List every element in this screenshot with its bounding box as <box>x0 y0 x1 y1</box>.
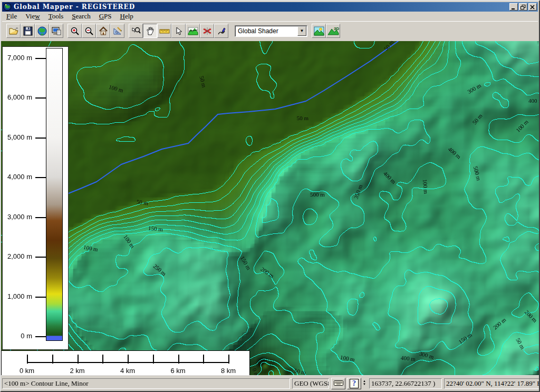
scale-tick <box>102 355 103 364</box>
scale-tick <box>153 355 154 364</box>
save-workspace-button[interactable] <box>21 24 35 38</box>
menu-tools[interactable]: Tools <box>44 12 68 21</box>
scale-tick <box>52 355 53 364</box>
legend-label: 0 m <box>21 332 32 340</box>
zoom-in-button[interactable] <box>68 24 82 38</box>
drafting-icon <box>113 26 122 36</box>
shader-options-button[interactable] <box>312 24 326 38</box>
scale-tick <box>178 355 179 364</box>
globe-icon <box>37 26 47 36</box>
minimize-button[interactable] <box>509 3 518 11</box>
scale-tick <box>78 355 79 364</box>
digitizer-tool-button[interactable] <box>214 24 228 38</box>
scale-tick <box>128 355 129 364</box>
legend-tick <box>35 336 46 337</box>
capture-screen-button[interactable] <box>49 24 63 38</box>
legend-tick <box>35 177 46 178</box>
menu-bar: FileViewToolsSearchGPSHelp <box>2 12 538 21</box>
toolbar-group-1 <box>68 24 124 38</box>
scale-tick <box>203 355 204 364</box>
scale-tick <box>27 355 28 364</box>
magnifier-icon <box>131 26 141 36</box>
status-bar: <100 m> Contour Line, Minor GEO (WGS8 ? … <box>1 375 540 391</box>
restore-button[interactable] <box>519 3 527 11</box>
open-file-button[interactable] <box>6 24 21 38</box>
elevation-legend: 7,000 m6,000 m5,000 m4,000 m3,000 m2,000… <box>2 46 69 350</box>
zoom-tool-button[interactable] <box>129 24 143 38</box>
keyboard-button[interactable] <box>331 378 345 389</box>
arrow-icon <box>174 26 184 36</box>
zoom-out-button[interactable] <box>82 24 96 38</box>
window-controls <box>509 3 537 11</box>
legend-tick <box>35 97 46 99</box>
window-title: Global Mapper - REGISTERED <box>14 3 135 11</box>
menu-help[interactable]: Help <box>116 12 138 21</box>
chevron-down-icon[interactable]: ▼ <box>297 26 306 36</box>
app-icon <box>3 3 12 11</box>
help-button[interactable]: ? <box>347 378 361 389</box>
map-view[interactable]: 50 m100 m50 m50 m50 m150 m100 m100 m250 … <box>1 41 540 377</box>
svg-text:3D: 3D <box>334 26 339 31</box>
menu-view[interactable]: View <box>21 12 44 21</box>
projection-panel: GEO (WGS8 <box>292 378 329 389</box>
full-view-button[interactable] <box>96 24 110 38</box>
legend-label: 3,000 m <box>7 213 32 221</box>
zoom-out-icon <box>84 26 94 36</box>
scale-label: 2 km <box>70 367 84 375</box>
legend-label: 5,000 m <box>7 133 32 141</box>
scale-label: 8 km <box>221 367 236 375</box>
keyboard-icon <box>334 380 343 388</box>
menu-gps[interactable]: GPS <box>95 12 116 21</box>
latlon-coords-panel: 22?40' 02.00" N, 114?22' 17.89" E <box>444 378 540 389</box>
scale-label: 6 km <box>170 367 185 375</box>
legend-tick <box>35 138 46 139</box>
scale-label: 0 km <box>20 367 34 375</box>
shader-dropdown[interactable]: Global Shader▼ <box>235 25 307 37</box>
shader-dropdown-value: Global Shader <box>238 27 278 35</box>
drafting-tool-button[interactable] <box>110 24 124 38</box>
pen-icon <box>217 26 226 36</box>
distance-scale-bar: 0 km2 km4 km6 km8 km <box>1 350 250 377</box>
map-canvas[interactable] <box>1 41 540 377</box>
legend-label: 6,000 m <box>7 93 32 101</box>
view-shed-button[interactable] <box>200 24 214 38</box>
measure-tool-button[interactable] <box>157 24 171 38</box>
legend-label: 7,000 m <box>7 54 32 62</box>
toolbar-group-0 <box>6 24 63 38</box>
legend-label: 4,000 m <box>7 173 32 181</box>
floppy-icon <box>23 26 33 36</box>
threed-icon: 3D <box>327 26 339 36</box>
feature-info-panel: <100 m> Contour Line, Minor <box>2 378 290 389</box>
folder-open-icon <box>8 26 19 36</box>
monitor-icon <box>51 26 62 36</box>
menu-file[interactable]: File <box>2 12 21 21</box>
3d-view-button[interactable]: 3D <box>326 24 340 38</box>
coordinate-spinner[interactable]: ▲▼ <box>363 380 366 386</box>
legend-label: 1,000 m <box>7 292 32 300</box>
world-data-button[interactable] <box>35 24 49 38</box>
hand-icon <box>146 26 155 36</box>
profile-icon <box>188 26 198 36</box>
legend-tick <box>35 58 46 59</box>
close-button[interactable] <box>528 3 537 11</box>
legend-tick <box>35 217 46 218</box>
menu-search[interactable]: Search <box>68 12 94 21</box>
pan-tool-button[interactable] <box>143 24 157 38</box>
toolbar: Global Shader▼3D <box>2 21 538 40</box>
scale-label: 4 km <box>120 367 135 375</box>
help-icon: ? <box>350 379 359 388</box>
title-bar: Global Mapper - REGISTERED <box>2 2 538 12</box>
toolbar-group-2 <box>129 24 228 38</box>
legend-tick <box>35 257 46 258</box>
toolbar-group-3: 3D <box>312 24 340 38</box>
ruler-icon <box>159 27 170 35</box>
legend-tick <box>35 297 46 298</box>
house-icon <box>99 26 108 36</box>
global-mapper-window: Global Mapper - REGISTERED FileViewTools… <box>0 0 540 392</box>
path-profile-button[interactable] <box>186 24 200 38</box>
picture-icon <box>314 26 324 36</box>
elevation-gradient-bar <box>46 48 63 341</box>
redx-icon <box>202 26 212 36</box>
legend-label: 2,000 m <box>7 252 32 260</box>
pick-tool-button[interactable] <box>171 24 186 38</box>
